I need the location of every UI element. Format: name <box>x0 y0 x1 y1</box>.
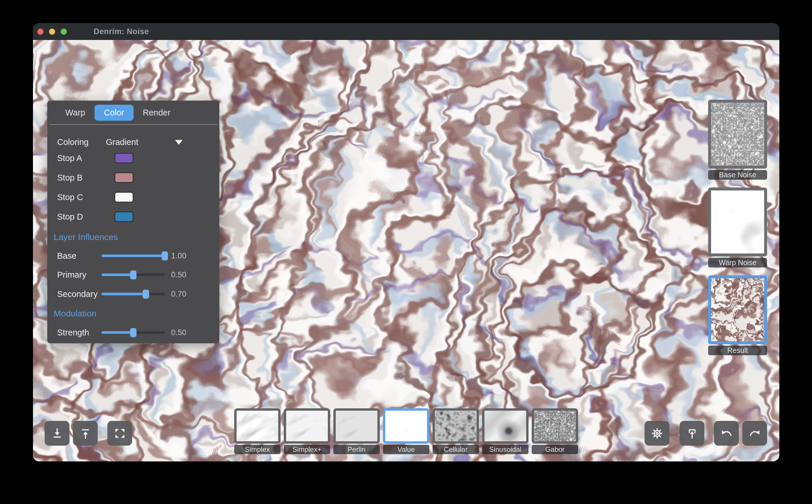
minimize-window-button[interactable] <box>49 29 55 35</box>
noise-type-simplex[interactable]: Simplex <box>234 408 281 454</box>
download-button[interactable] <box>45 421 69 446</box>
value-thumbnail <box>385 411 427 441</box>
undo-icon <box>720 427 733 440</box>
redo-button[interactable] <box>742 421 767 446</box>
noise-type-simplex-plus[interactable]: Simplex+ <box>284 408 330 454</box>
tab-color[interactable]: Color <box>95 105 133 121</box>
result-label: Result <box>708 346 767 355</box>
primary-slider-value: 0.50 <box>166 270 186 279</box>
cellular-label: Cellular <box>433 445 479 454</box>
tab-warp[interactable]: Warp <box>56 105 95 121</box>
preview-column: Base Noise Warp Noise Result <box>708 100 767 355</box>
section-modulation: Modulation <box>54 308 97 319</box>
stop-d-color-swatch[interactable] <box>115 212 133 222</box>
gabor-thumbnail <box>534 411 576 441</box>
gabor-label: Gabor <box>532 445 578 454</box>
stop-b-color-swatch[interactable] <box>115 173 133 183</box>
settings-panel: Warp Color Render Coloring Gradient Stop… <box>47 101 219 343</box>
coloring-dropdown[interactable]: Gradient <box>103 134 187 150</box>
strength-slider-row: Strength 0.50 <box>47 324 219 341</box>
simplex-plus-label: Simplex+ <box>284 445 330 454</box>
result-thumbnail[interactable] <box>708 275 767 344</box>
stop-b-row: Stop B <box>47 169 219 186</box>
noise-type-perlin[interactable]: Perlin <box>333 408 380 454</box>
warp-noise-thumbnail[interactable] <box>708 188 767 256</box>
undo-button[interactable] <box>714 421 739 446</box>
secondary-slider-row: Secondary 0.70 <box>47 286 219 302</box>
stop-d-row: Stop D <box>47 209 219 225</box>
titlebar: Denrim: Noise <box>33 23 779 40</box>
warp-noise-image <box>711 190 764 253</box>
stop-a-color-swatch[interactable] <box>115 153 133 163</box>
preview-warp-noise: Warp Noise <box>708 188 767 267</box>
chevron-down-icon <box>175 140 183 145</box>
window-controls <box>33 29 67 35</box>
stop-c-label: Stop C <box>57 193 83 202</box>
base-noise-thumbnail[interactable] <box>708 100 767 169</box>
toolbar-left <box>45 421 132 446</box>
stop-a-label: Stop A <box>57 153 82 163</box>
noise-type-gabor[interactable]: Gabor <box>532 408 578 454</box>
zoom-window-button[interactable] <box>61 29 67 35</box>
stop-b-label: Stop B <box>57 173 83 183</box>
primary-slider[interactable] <box>101 274 165 276</box>
perlin-label: Perlin <box>333 445 380 454</box>
stop-c-row: Stop C <box>47 189 219 205</box>
coloring-value: Gradient <box>106 137 138 147</box>
noise-type-sinusoidal[interactable]: Sinusoidal <box>482 408 529 454</box>
simplex-label: Simplex <box>234 445 281 454</box>
strength-slider-label: Strength <box>57 328 89 337</box>
base-slider[interactable] <box>101 255 165 257</box>
upload-icon <box>79 427 92 440</box>
noise-type-value[interactable]: Value <box>383 408 429 454</box>
noise-type-selector: Simplex Simplex+ Perlin Value Cellular S… <box>234 408 578 454</box>
sinusoidal-thumbnail <box>484 411 526 441</box>
app-window: Denrim: Noise Warp Color Render Coloring… <box>33 23 779 461</box>
preview-base-noise: Base Noise <box>708 100 767 180</box>
noise-type-cellular[interactable]: Cellular <box>433 408 479 454</box>
coloring-label: Coloring <box>57 137 89 147</box>
window-title: Denrim: Noise <box>94 27 149 36</box>
warp-noise-label: Warp Noise <box>708 258 767 267</box>
value-label: Value <box>383 445 429 454</box>
preview-result: Result <box>708 275 767 355</box>
panel-tabs: Warp Color Render <box>56 104 180 122</box>
strength-slider[interactable] <box>101 331 165 334</box>
base-slider-value: 1.00 <box>166 251 186 260</box>
secondary-slider-label: Secondary <box>57 289 98 299</box>
tab-render[interactable]: Render <box>134 105 180 121</box>
perlin-thumbnail <box>333 408 380 444</box>
sinusoidal-label: Sinusoidal <box>482 445 529 454</box>
export-button[interactable] <box>680 421 704 446</box>
redo-icon <box>748 427 762 440</box>
simplex-plus-thumbnail <box>284 408 330 444</box>
section-layer-influences: Layer Influences <box>54 231 118 243</box>
base-slider-label: Base <box>57 251 76 261</box>
gear-icon <box>650 427 664 440</box>
fullscreen-button[interactable] <box>107 421 132 446</box>
panel-divider <box>50 124 217 125</box>
stop-d-label: Stop D <box>57 212 83 222</box>
close-window-button[interactable] <box>37 29 43 35</box>
base-slider-row: Base 1.00 <box>47 248 219 264</box>
result-image <box>708 275 767 344</box>
base-noise-image <box>711 103 764 166</box>
stop-c-color-swatch[interactable] <box>115 192 133 202</box>
download-icon <box>50 427 64 440</box>
cellular-thumbnail <box>435 411 477 441</box>
export-icon <box>685 427 699 440</box>
secondary-slider[interactable] <box>101 293 165 295</box>
coloring-row: Coloring Gradient <box>47 134 219 150</box>
upload-button[interactable] <box>73 421 98 446</box>
secondary-slider-value: 0.70 <box>166 290 186 299</box>
simplex-thumbnail <box>234 408 281 444</box>
settings-button[interactable] <box>645 421 669 446</box>
toolbar-right <box>645 421 767 446</box>
strength-slider-value: 0.50 <box>166 328 186 337</box>
stop-a-row: Stop A <box>47 150 219 166</box>
primary-slider-row: Primary 0.50 <box>47 267 219 283</box>
expand-icon <box>113 427 127 440</box>
desktop: { "window": { "title": "Denrim: Noise" }… <box>0 0 812 504</box>
primary-slider-label: Primary <box>57 270 86 280</box>
base-noise-label: Base Noise <box>708 170 767 180</box>
